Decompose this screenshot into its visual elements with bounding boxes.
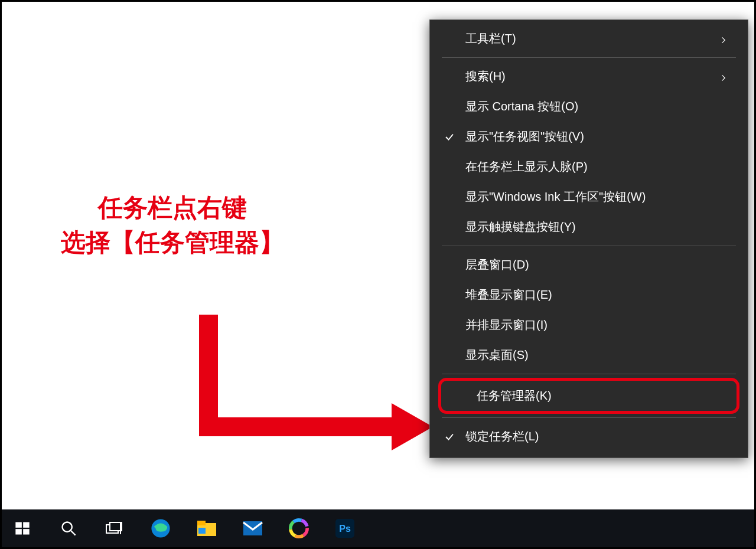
- desktop-area: 任务栏点右键 选择【任务管理器】 工具栏(T) 搜索(H): [2, 2, 754, 509]
- edge-button[interactable]: [146, 514, 175, 543]
- task-view-icon: [105, 520, 124, 537]
- menu-item-label: 显示桌面(S): [465, 347, 730, 363]
- menu-item-label: 显示触摸键盘按钮(Y): [465, 219, 730, 235]
- svg-point-5: [63, 522, 72, 532]
- menu-item-label: 工具栏(T): [465, 31, 719, 47]
- check-icon: [443, 289, 456, 302]
- menu-item-touch-keyboard[interactable]: 显示触摸键盘按钮(Y): [430, 212, 748, 242]
- svg-rect-13: [198, 528, 206, 534]
- check-icon: [443, 70, 456, 83]
- menu-item-stack[interactable]: 堆叠显示窗口(E): [430, 280, 748, 310]
- start-button[interactable]: [8, 514, 37, 543]
- menu-separator: [442, 417, 736, 418]
- menu-item-lock-taskbar[interactable]: 锁定任务栏(L): [430, 421, 748, 452]
- menu-item-label: 显示"Windows Ink 工作区"按钮(W): [465, 189, 730, 205]
- menu-item-side-by-side[interactable]: 并排显示窗口(I): [430, 310, 748, 340]
- svg-rect-14: [243, 521, 262, 535]
- taskbar[interactable]: Ps: [2, 509, 754, 547]
- svg-line-6: [71, 531, 76, 535]
- menu-item-search[interactable]: 搜索(H): [430, 61, 748, 92]
- menu-separator: [442, 246, 736, 246]
- svg-rect-3: [15, 529, 21, 534]
- photoshop-button[interactable]: Ps: [330, 514, 360, 543]
- check-icon: [454, 390, 467, 403]
- menu-separator: [442, 374, 736, 374]
- photoshop-icon: Ps: [335, 518, 355, 538]
- color-app-button[interactable]: [284, 514, 314, 543]
- chevron-right-icon: [719, 71, 730, 82]
- menu-item-label: 显示 Cortana 按钮(O): [465, 99, 730, 115]
- check-icon: [443, 259, 456, 272]
- taskbar-context-menu: 工具栏(T) 搜索(H) 显示 Cortana 按钮(O) 显示"任务视图"按钮…: [429, 19, 748, 458]
- check-icon: [443, 32, 456, 45]
- menu-item-cascade[interactable]: 层叠窗口(D): [430, 250, 748, 280]
- instruction-text: 任务栏点右键 选择【任务管理器】: [61, 191, 284, 260]
- check-icon: [443, 161, 456, 174]
- file-explorer-button[interactable]: [192, 514, 221, 543]
- menu-item-label: 层叠窗口(D): [465, 257, 730, 273]
- chevron-right-icon: [719, 34, 730, 44]
- menu-item-windows-ink[interactable]: 显示"Windows Ink 工作区"按钮(W): [430, 182, 748, 212]
- check-icon: [443, 319, 456, 332]
- menu-item-label: 锁定任务栏(L): [465, 429, 730, 445]
- menu-item-label: 堆叠显示窗口(E): [465, 287, 730, 303]
- edge-icon: [151, 518, 171, 538]
- menu-item-cortana[interactable]: 显示 Cortana 按钮(O): [430, 92, 748, 122]
- file-explorer-icon: [196, 519, 217, 537]
- windows-logo-icon: [14, 520, 31, 537]
- svg-rect-2: [23, 522, 29, 528]
- check-icon: [443, 100, 456, 113]
- menu-item-label: 任务管理器(K): [477, 388, 719, 404]
- svg-rect-12: [197, 521, 206, 525]
- menu-item-show-desktop[interactable]: 显示桌面(S): [430, 340, 748, 370]
- check-icon: [443, 191, 456, 204]
- menu-item-people[interactable]: 在任务栏上显示人脉(P): [430, 152, 748, 182]
- mail-icon: [242, 520, 263, 537]
- menu-item-label: 在任务栏上显示人脉(P): [465, 159, 730, 175]
- menu-item-label: 并排显示窗口(I): [465, 317, 730, 333]
- instruction-line1: 任务栏点右键: [98, 194, 247, 221]
- svg-marker-0: [392, 403, 433, 450]
- check-icon: [443, 221, 456, 234]
- menu-item-task-manager[interactable]: 任务管理器(K): [441, 383, 737, 409]
- menu-item-label: 搜索(H): [465, 68, 719, 84]
- color-wheel-icon: [289, 518, 309, 538]
- svg-rect-1: [15, 522, 21, 528]
- svg-text:Ps: Ps: [339, 524, 351, 534]
- check-icon: [443, 430, 456, 443]
- red-arrow: [197, 315, 433, 462]
- check-icon: [443, 130, 456, 143]
- menu-separator: [442, 57, 736, 58]
- instruction-line2: 选择【任务管理器】: [61, 228, 284, 256]
- menu-item-toolbars[interactable]: 工具栏(T): [430, 24, 748, 54]
- svg-rect-4: [23, 529, 29, 534]
- check-icon: [443, 349, 456, 362]
- mail-button[interactable]: [238, 514, 268, 543]
- menu-item-label: 显示"任务视图"按钮(V): [465, 129, 730, 145]
- task-view-button[interactable]: [100, 514, 129, 543]
- menu-item-task-view[interactable]: 显示"任务视图"按钮(V): [430, 122, 748, 152]
- search-icon: [60, 520, 77, 537]
- highlight-box: 任务管理器(K): [438, 378, 739, 414]
- search-button[interactable]: [54, 514, 83, 543]
